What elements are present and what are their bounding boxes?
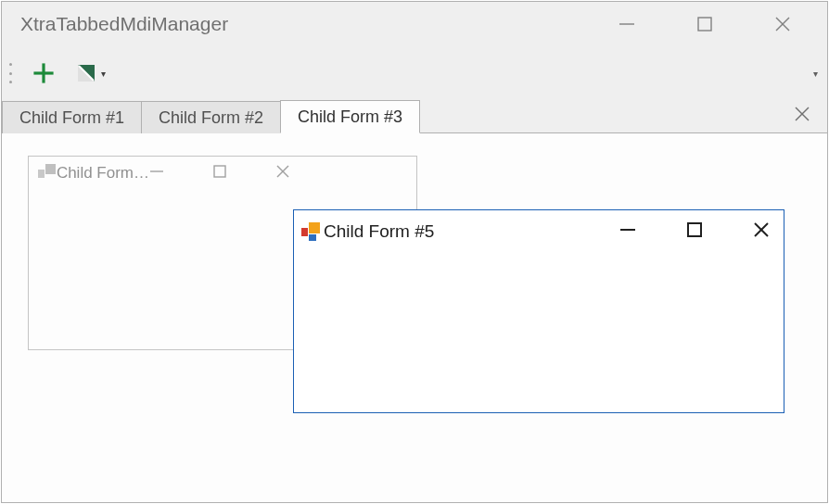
child-maximize-button[interactable] bbox=[212, 164, 227, 183]
child-minimize-button[interactable] bbox=[619, 220, 637, 244]
child-title: Child Form #5 bbox=[301, 221, 619, 242]
mdi-client-area: Child Form… Child Form #5 bbox=[2, 133, 827, 502]
window-controls bbox=[616, 13, 794, 35]
child-titlebar: Child Form #5 bbox=[294, 210, 784, 253]
tab-child-form-2[interactable]: Child Form #2 bbox=[141, 101, 281, 133]
window-title: XtraTabbedMdiManager bbox=[20, 13, 616, 35]
child-titlebar: Child Form… bbox=[29, 157, 416, 190]
svg-rect-12 bbox=[214, 166, 225, 177]
toolbar: ▾ ▾ bbox=[2, 46, 827, 100]
tab-child-form-3[interactable]: Child Form #3 bbox=[280, 100, 420, 133]
close-icon bbox=[794, 106, 810, 122]
tab-child-form-1[interactable]: Child Form #1 bbox=[2, 101, 142, 133]
toolbar-grip-icon[interactable] bbox=[9, 63, 15, 83]
child-minimize-button[interactable] bbox=[149, 164, 164, 183]
chevron-down-icon: ▾ bbox=[101, 69, 106, 79]
titlebar: XtraTabbedMdiManager bbox=[2, 2, 827, 46]
svg-rect-16 bbox=[688, 223, 701, 236]
child-close-button[interactable] bbox=[275, 164, 290, 183]
tab-label: Child Form #2 bbox=[159, 108, 263, 127]
toolbar-overflow-button[interactable]: ▾ bbox=[813, 69, 818, 79]
add-button[interactable] bbox=[28, 57, 59, 89]
tab-label: Child Form #1 bbox=[19, 108, 124, 127]
close-button[interactable] bbox=[772, 13, 794, 35]
form-icon bbox=[301, 222, 320, 241]
child-window-front[interactable]: Child Form #5 bbox=[293, 209, 784, 413]
tab-close-button[interactable] bbox=[794, 106, 810, 127]
skin-chooser-icon bbox=[74, 61, 97, 85]
maximize-button[interactable] bbox=[694, 13, 716, 35]
skin-chooser-button[interactable]: ▾ bbox=[74, 57, 106, 89]
tab-label: Child Form #3 bbox=[298, 107, 402, 126]
minimize-button[interactable] bbox=[616, 13, 638, 35]
child-title: Child Form… bbox=[38, 164, 149, 183]
form-icon bbox=[38, 164, 51, 183]
child-maximize-button[interactable] bbox=[685, 220, 704, 244]
svg-rect-1 bbox=[698, 18, 711, 31]
tabstrip: Child Form #1 Child Form #2 Child Form #… bbox=[2, 100, 827, 133]
main-window: XtraTabbedMdiManager bbox=[1, 1, 828, 503]
plus-icon bbox=[32, 61, 56, 85]
child-close-button[interactable] bbox=[752, 220, 771, 244]
